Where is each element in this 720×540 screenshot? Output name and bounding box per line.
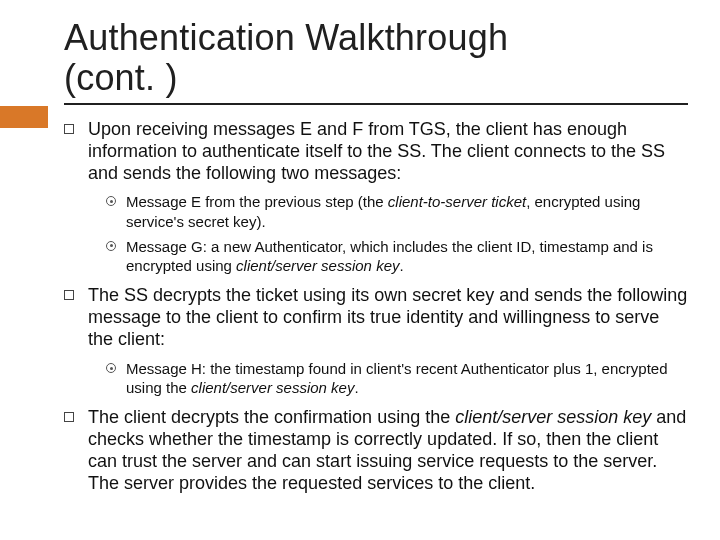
bullet-list: Upon receiving messages E and F from TGS… (64, 119, 688, 496)
slide: Authentication Walkthrough (cont. ) Upon… (0, 0, 720, 540)
bullet-text-pre: The client decrypts the confirmation usi… (88, 407, 455, 427)
bullet-text-em: client/server session key (455, 407, 651, 427)
title-line-2: (cont. ) (64, 57, 178, 98)
bullet-item: The client decrypts the confirmation usi… (64, 407, 688, 495)
sub-list: Message E from the previous step (the cl… (88, 192, 688, 275)
bullet-item: Upon receiving messages E and F from TGS… (64, 119, 688, 276)
sub-text-post: . (399, 257, 403, 274)
sub-list: Message H: the timestamp found in client… (88, 359, 688, 397)
sub-text-em: client/server session key (191, 379, 354, 396)
sub-text-em: client-to-server ticket (388, 193, 526, 210)
sub-item: Message H: the timestamp found in client… (106, 359, 688, 397)
sub-text-post: . (354, 379, 358, 396)
bullet-text: The SS decrypts the ticket using its own… (88, 285, 687, 349)
bullet-item: The SS decrypts the ticket using its own… (64, 285, 688, 397)
title-rule (64, 103, 688, 105)
bullet-text: Upon receiving messages E and F from TGS… (88, 119, 665, 183)
slide-title: Authentication Walkthrough (cont. ) (64, 18, 688, 99)
sub-item: Message E from the previous step (the cl… (106, 192, 688, 230)
sub-text-em: client/server session key (236, 257, 399, 274)
sub-text-pre: Message E from the previous step (the (126, 193, 388, 210)
title-line-1: Authentication Walkthrough (64, 17, 508, 58)
accent-bar (0, 106, 48, 128)
sub-item: Message G: a new Authenticator, which in… (106, 237, 688, 275)
